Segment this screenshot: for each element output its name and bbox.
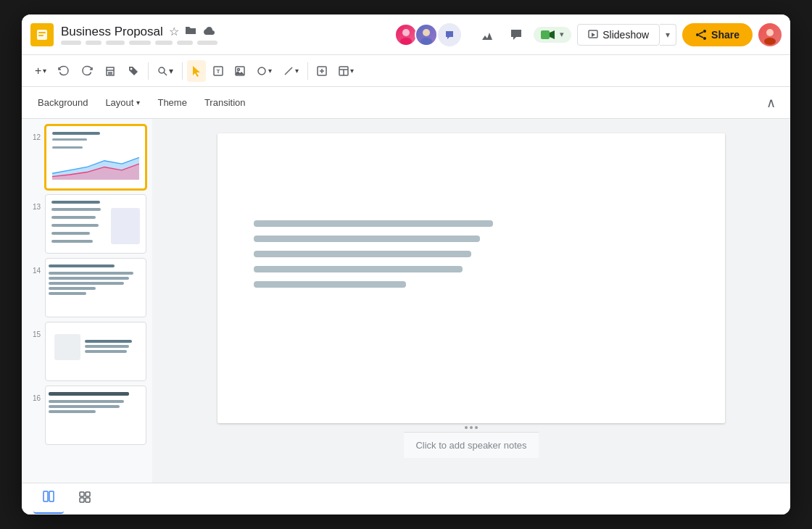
slide14-line4 — [49, 287, 96, 290]
slide-options-bar: Background Layout ▾ Theme Transition ∧ — [22, 87, 790, 119]
chat-icon-badge[interactable] — [438, 23, 461, 46]
slide-thumb-13[interactable] — [45, 194, 146, 254]
share-button[interactable]: Share — [682, 23, 753, 46]
slide-thumb-15[interactable] — [45, 322, 146, 381]
image-tool-btn[interactable] — [231, 60, 249, 82]
main-line-1 — [254, 220, 493, 227]
slide16-line3 — [49, 410, 96, 413]
svg-line-21 — [164, 72, 167, 75]
title-area: Business Proposal ☆ — [61, 25, 387, 45]
list-view-tab[interactable] — [33, 484, 64, 514]
svg-text:T: T — [217, 68, 220, 75]
speaker-notes-bar[interactable]: Click to add speaker notes — [404, 432, 538, 458]
svg-rect-1 — [38, 32, 46, 33]
main-slide-area: Click to add speaker notes — [152, 119, 790, 483]
line-tool-btn[interactable]: ▾ — [279, 60, 303, 82]
menu-pill — [155, 41, 173, 45]
folder-icon[interactable] — [185, 25, 196, 38]
slide15-line3 — [85, 350, 127, 353]
paint-format-btn[interactable] — [123, 60, 144, 82]
slide12-subtitle-line — [52, 138, 87, 141]
menu-pill — [61, 41, 81, 45]
slide14-line2 — [49, 277, 129, 280]
theme-btn[interactable]: Theme — [150, 93, 194, 112]
menu-pill — [106, 41, 125, 45]
slide-canvas[interactable] — [218, 133, 725, 423]
slide13-image-placeholder — [111, 208, 140, 244]
slide-thumb-16[interactable] — [45, 386, 146, 445]
slide14-line3 — [49, 282, 124, 285]
layout-btn[interactable]: Layout ▾ — [98, 93, 147, 112]
shape-tool-btn[interactable]: ▾ — [252, 60, 276, 82]
slide-item-15: 15 — [28, 322, 146, 381]
slide-item-12: 12 — [28, 125, 146, 190]
svg-point-13 — [703, 37, 706, 40]
star-icon[interactable]: ☆ — [169, 25, 179, 38]
slide-thumb-12[interactable] — [45, 125, 146, 190]
svg-marker-22 — [193, 66, 200, 77]
slide15-image-box — [54, 334, 80, 360]
background-btn[interactable]: Background — [30, 93, 95, 112]
zoom-btn[interactable]: ▾ — [153, 60, 178, 82]
svg-line-15 — [699, 36, 703, 38]
svg-line-14 — [699, 32, 703, 34]
analytics-icon-btn[interactable] — [476, 23, 499, 46]
slide13-line3 — [51, 224, 99, 227]
slide14-line5 — [49, 292, 86, 295]
slide14-line1 — [49, 272, 133, 275]
transition-btn[interactable]: Transition — [197, 93, 253, 112]
user-avatar-btn[interactable] — [758, 23, 782, 46]
speaker-notes-placeholder: Click to add speaker notes — [415, 440, 526, 451]
slideshow-dropdown-btn[interactable]: ▾ — [660, 24, 676, 46]
undo-btn[interactable] — [54, 60, 74, 82]
svg-rect-2 — [38, 35, 44, 36]
header-actions: ▾ Slideshow ▾ Share — [476, 23, 782, 46]
main-line-4 — [254, 266, 463, 272]
add-btn[interactable]: +▾ — [30, 60, 51, 82]
text-tool-btn[interactable]: T — [209, 60, 228, 82]
slide-thumb-inner-12 — [46, 126, 145, 188]
svg-rect-37 — [80, 492, 84, 496]
slide-num-15: 15 — [28, 322, 41, 338]
toolbar: +▾ ▾ T ▾ — [22, 55, 790, 87]
cloud-save-icon[interactable] — [202, 25, 215, 38]
slide12-title-line — [52, 132, 100, 135]
slide15-text — [85, 340, 137, 355]
meet-button[interactable]: ▾ — [534, 27, 571, 43]
layout-tool-btn[interactable]: ▾ — [334, 60, 358, 82]
comments-icon-btn[interactable] — [505, 23, 528, 46]
redo-btn[interactable] — [77, 60, 97, 82]
collaborator-avatar-2 — [415, 23, 438, 46]
collapse-panel-btn[interactable]: ∧ — [761, 92, 782, 114]
main-line-2 — [254, 236, 480, 242]
dot-1 — [465, 426, 468, 429]
svg-marker-10 — [592, 33, 595, 37]
slideshow-button[interactable]: Slideshow — [577, 24, 660, 46]
svg-point-16 — [766, 29, 774, 36]
select-tool-btn[interactable] — [187, 60, 206, 82]
collaborators-group — [394, 23, 461, 46]
grid-view-tab[interactable] — [70, 485, 100, 513]
svg-point-6 — [420, 38, 432, 45]
svg-point-17 — [764, 38, 776, 45]
meet-dropdown-arrow: ▾ — [560, 30, 564, 39]
background-label: Background — [38, 97, 88, 108]
slide13-line4 — [51, 232, 90, 235]
slideshow-btn-group: Slideshow ▾ — [577, 24, 676, 46]
svg-point-27 — [258, 67, 265, 75]
slideshow-label: Slideshow — [602, 29, 649, 41]
main-line-5 — [254, 281, 406, 288]
slide16-title — [49, 392, 129, 396]
doc-title: Business Proposal — [61, 25, 163, 39]
resize-handle[interactable] — [465, 423, 478, 432]
slide13-line1 — [51, 208, 101, 211]
slide-num-13: 13 — [28, 194, 41, 211]
svg-point-5 — [423, 29, 430, 36]
svg-rect-39 — [80, 498, 84, 502]
svg-point-3 — [402, 29, 410, 36]
main-content: 12 — [22, 119, 790, 483]
insert-tool-btn[interactable] — [312, 60, 331, 82]
svg-point-11 — [703, 30, 706, 33]
slide-thumb-14[interactable] — [45, 258, 146, 317]
print-btn[interactable] — [100, 60, 120, 82]
